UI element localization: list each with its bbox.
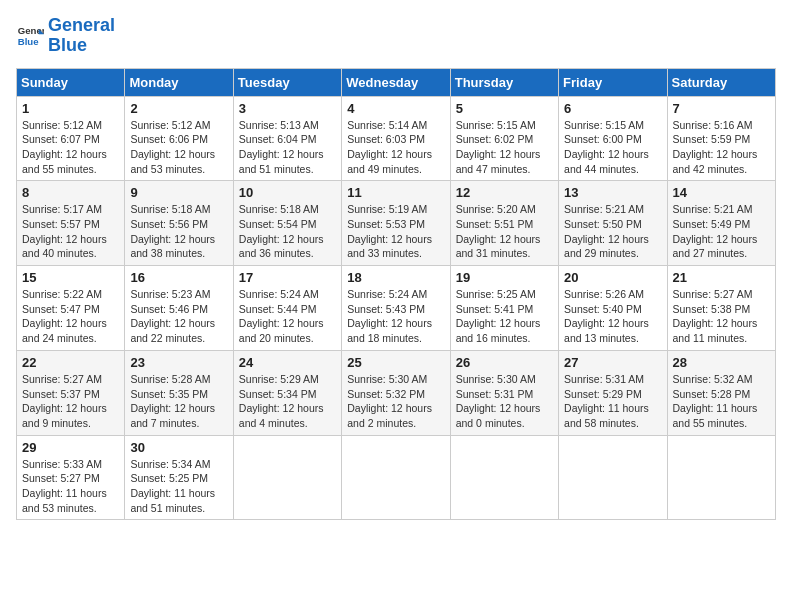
- calendar-cell: 6 Sunrise: 5:15 AM Sunset: 6:00 PM Dayli…: [559, 96, 667, 181]
- day-number: 6: [564, 101, 661, 116]
- day-info: Sunrise: 5:28 AM Sunset: 5:35 PM Dayligh…: [130, 372, 227, 431]
- day-number: 4: [347, 101, 444, 116]
- day-number: 26: [456, 355, 553, 370]
- day-info: Sunrise: 5:29 AM Sunset: 5:34 PM Dayligh…: [239, 372, 336, 431]
- day-number: 13: [564, 185, 661, 200]
- day-info: Sunrise: 5:15 AM Sunset: 6:00 PM Dayligh…: [564, 118, 661, 177]
- calendar-cell: 28 Sunrise: 5:32 AM Sunset: 5:28 PM Dayl…: [667, 350, 775, 435]
- calendar-cell: 24 Sunrise: 5:29 AM Sunset: 5:34 PM Dayl…: [233, 350, 341, 435]
- page-header: General Blue GeneralBlue: [16, 16, 776, 56]
- day-info: Sunrise: 5:18 AM Sunset: 5:56 PM Dayligh…: [130, 202, 227, 261]
- day-header-friday: Friday: [559, 68, 667, 96]
- calendar-cell: 5 Sunrise: 5:15 AM Sunset: 6:02 PM Dayli…: [450, 96, 558, 181]
- day-header-saturday: Saturday: [667, 68, 775, 96]
- calendar-cell: 11 Sunrise: 5:19 AM Sunset: 5:53 PM Dayl…: [342, 181, 450, 266]
- calendar-cell: 2 Sunrise: 5:12 AM Sunset: 6:06 PM Dayli…: [125, 96, 233, 181]
- calendar-cell: 16 Sunrise: 5:23 AM Sunset: 5:46 PM Dayl…: [125, 266, 233, 351]
- day-number: 25: [347, 355, 444, 370]
- day-info: Sunrise: 5:31 AM Sunset: 5:29 PM Dayligh…: [564, 372, 661, 431]
- day-info: Sunrise: 5:24 AM Sunset: 5:44 PM Dayligh…: [239, 287, 336, 346]
- calendar-week-3: 15 Sunrise: 5:22 AM Sunset: 5:47 PM Dayl…: [17, 266, 776, 351]
- day-number: 10: [239, 185, 336, 200]
- calendar-cell: 17 Sunrise: 5:24 AM Sunset: 5:44 PM Dayl…: [233, 266, 341, 351]
- calendar-cell: 22 Sunrise: 5:27 AM Sunset: 5:37 PM Dayl…: [17, 350, 125, 435]
- day-number: 11: [347, 185, 444, 200]
- day-info: Sunrise: 5:32 AM Sunset: 5:28 PM Dayligh…: [673, 372, 770, 431]
- calendar-cell: [667, 435, 775, 520]
- day-number: 17: [239, 270, 336, 285]
- day-header-tuesday: Tuesday: [233, 68, 341, 96]
- calendar-cell: 3 Sunrise: 5:13 AM Sunset: 6:04 PM Dayli…: [233, 96, 341, 181]
- day-number: 28: [673, 355, 770, 370]
- day-info: Sunrise: 5:25 AM Sunset: 5:41 PM Dayligh…: [456, 287, 553, 346]
- day-number: 22: [22, 355, 119, 370]
- day-info: Sunrise: 5:30 AM Sunset: 5:31 PM Dayligh…: [456, 372, 553, 431]
- day-number: 29: [22, 440, 119, 455]
- day-info: Sunrise: 5:13 AM Sunset: 6:04 PM Dayligh…: [239, 118, 336, 177]
- day-number: 9: [130, 185, 227, 200]
- day-info: Sunrise: 5:21 AM Sunset: 5:49 PM Dayligh…: [673, 202, 770, 261]
- calendar-cell: 19 Sunrise: 5:25 AM Sunset: 5:41 PM Dayl…: [450, 266, 558, 351]
- calendar-header-row: SundayMondayTuesdayWednesdayThursdayFrid…: [17, 68, 776, 96]
- calendar-cell: [233, 435, 341, 520]
- day-number: 16: [130, 270, 227, 285]
- calendar-cell: 29 Sunrise: 5:33 AM Sunset: 5:27 PM Dayl…: [17, 435, 125, 520]
- day-info: Sunrise: 5:19 AM Sunset: 5:53 PM Dayligh…: [347, 202, 444, 261]
- day-info: Sunrise: 5:22 AM Sunset: 5:47 PM Dayligh…: [22, 287, 119, 346]
- calendar-week-2: 8 Sunrise: 5:17 AM Sunset: 5:57 PM Dayli…: [17, 181, 776, 266]
- calendar-cell: 30 Sunrise: 5:34 AM Sunset: 5:25 PM Dayl…: [125, 435, 233, 520]
- day-number: 12: [456, 185, 553, 200]
- logo: General Blue GeneralBlue: [16, 16, 115, 56]
- day-number: 18: [347, 270, 444, 285]
- day-number: 14: [673, 185, 770, 200]
- calendar-cell: 10 Sunrise: 5:18 AM Sunset: 5:54 PM Dayl…: [233, 181, 341, 266]
- logo-text: GeneralBlue: [48, 16, 115, 56]
- calendar-cell: [342, 435, 450, 520]
- calendar-cell: 1 Sunrise: 5:12 AM Sunset: 6:07 PM Dayli…: [17, 96, 125, 181]
- calendar-cell: 7 Sunrise: 5:16 AM Sunset: 5:59 PM Dayli…: [667, 96, 775, 181]
- day-header-thursday: Thursday: [450, 68, 558, 96]
- calendar-week-5: 29 Sunrise: 5:33 AM Sunset: 5:27 PM Dayl…: [17, 435, 776, 520]
- day-info: Sunrise: 5:23 AM Sunset: 5:46 PM Dayligh…: [130, 287, 227, 346]
- day-info: Sunrise: 5:18 AM Sunset: 5:54 PM Dayligh…: [239, 202, 336, 261]
- calendar-cell: 9 Sunrise: 5:18 AM Sunset: 5:56 PM Dayli…: [125, 181, 233, 266]
- day-info: Sunrise: 5:27 AM Sunset: 5:37 PM Dayligh…: [22, 372, 119, 431]
- svg-text:Blue: Blue: [18, 36, 39, 47]
- day-number: 24: [239, 355, 336, 370]
- day-number: 8: [22, 185, 119, 200]
- day-number: 5: [456, 101, 553, 116]
- logo-icon: General Blue: [16, 22, 44, 50]
- day-number: 1: [22, 101, 119, 116]
- day-info: Sunrise: 5:14 AM Sunset: 6:03 PM Dayligh…: [347, 118, 444, 177]
- day-info: Sunrise: 5:16 AM Sunset: 5:59 PM Dayligh…: [673, 118, 770, 177]
- calendar-cell: 25 Sunrise: 5:30 AM Sunset: 5:32 PM Dayl…: [342, 350, 450, 435]
- day-header-wednesday: Wednesday: [342, 68, 450, 96]
- day-number: 15: [22, 270, 119, 285]
- day-number: 20: [564, 270, 661, 285]
- calendar-cell: [559, 435, 667, 520]
- calendar-cell: 21 Sunrise: 5:27 AM Sunset: 5:38 PM Dayl…: [667, 266, 775, 351]
- calendar-cell: 26 Sunrise: 5:30 AM Sunset: 5:31 PM Dayl…: [450, 350, 558, 435]
- day-info: Sunrise: 5:17 AM Sunset: 5:57 PM Dayligh…: [22, 202, 119, 261]
- calendar-week-1: 1 Sunrise: 5:12 AM Sunset: 6:07 PM Dayli…: [17, 96, 776, 181]
- calendar-cell: 8 Sunrise: 5:17 AM Sunset: 5:57 PM Dayli…: [17, 181, 125, 266]
- day-info: Sunrise: 5:12 AM Sunset: 6:06 PM Dayligh…: [130, 118, 227, 177]
- calendar-week-4: 22 Sunrise: 5:27 AM Sunset: 5:37 PM Dayl…: [17, 350, 776, 435]
- calendar-cell: 23 Sunrise: 5:28 AM Sunset: 5:35 PM Dayl…: [125, 350, 233, 435]
- day-info: Sunrise: 5:27 AM Sunset: 5:38 PM Dayligh…: [673, 287, 770, 346]
- day-header-monday: Monday: [125, 68, 233, 96]
- day-number: 30: [130, 440, 227, 455]
- calendar-cell: [450, 435, 558, 520]
- calendar-cell: 14 Sunrise: 5:21 AM Sunset: 5:49 PM Dayl…: [667, 181, 775, 266]
- day-info: Sunrise: 5:12 AM Sunset: 6:07 PM Dayligh…: [22, 118, 119, 177]
- day-info: Sunrise: 5:33 AM Sunset: 5:27 PM Dayligh…: [22, 457, 119, 516]
- day-info: Sunrise: 5:30 AM Sunset: 5:32 PM Dayligh…: [347, 372, 444, 431]
- calendar-cell: 4 Sunrise: 5:14 AM Sunset: 6:03 PM Dayli…: [342, 96, 450, 181]
- day-number: 2: [130, 101, 227, 116]
- day-info: Sunrise: 5:26 AM Sunset: 5:40 PM Dayligh…: [564, 287, 661, 346]
- calendar-cell: 15 Sunrise: 5:22 AM Sunset: 5:47 PM Dayl…: [17, 266, 125, 351]
- day-number: 7: [673, 101, 770, 116]
- day-info: Sunrise: 5:21 AM Sunset: 5:50 PM Dayligh…: [564, 202, 661, 261]
- calendar-table: SundayMondayTuesdayWednesdayThursdayFrid…: [16, 68, 776, 521]
- calendar-cell: 20 Sunrise: 5:26 AM Sunset: 5:40 PM Dayl…: [559, 266, 667, 351]
